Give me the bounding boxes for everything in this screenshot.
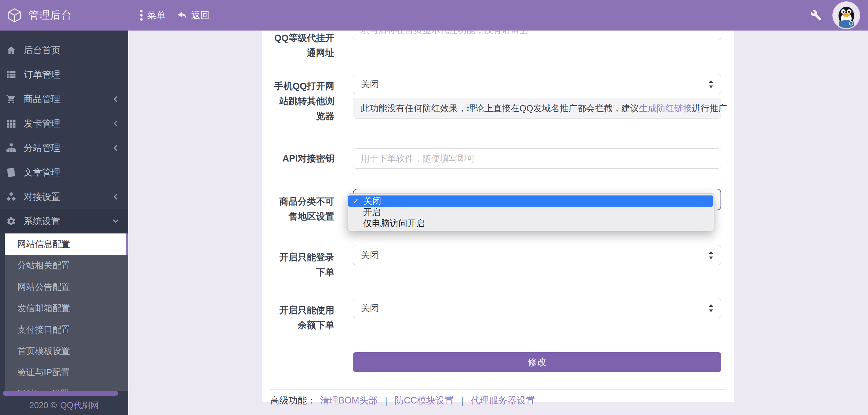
proxy-server-link[interactable]: 代理服务器设置 bbox=[471, 394, 535, 407]
sidebar-sub-item-verify-ip[interactable]: 验证与IP配置 bbox=[5, 362, 128, 383]
sidebar-footer: 2020 © QQ代刷网 bbox=[0, 396, 128, 415]
cubes-icon bbox=[6, 192, 18, 202]
admin-app: 管理后台 菜单 返回 bbox=[0, 0, 868, 415]
sidebar-item-label: 文章管理 bbox=[24, 166, 128, 178]
anti-red-link[interactable]: 生成防红链接 bbox=[639, 102, 692, 114]
chevron-left-icon bbox=[112, 144, 119, 152]
site-link[interactable]: QQ代刷网 bbox=[60, 400, 99, 411]
dropdown-option-pc-only[interactable]: 仅电脑访问开启 bbox=[348, 218, 714, 229]
sidebar-item-label: 订单管理 bbox=[24, 69, 128, 81]
advanced-prefix: 高级功能： bbox=[270, 394, 316, 407]
sidebar-sub-item-announcement-config[interactable]: 网站公告配置 bbox=[5, 276, 128, 298]
field-label-mobile-qq-jump: 手机QQ打开网 站跳转其他浏 览器 bbox=[264, 79, 334, 124]
dropdown-option-label: 关闭 bbox=[363, 196, 381, 206]
sidebar-horizontal-scrollbar[interactable] bbox=[3, 391, 118, 396]
sitemap-icon bbox=[6, 143, 18, 153]
grid-icon bbox=[6, 118, 18, 129]
main-content: QQ等级代挂开 通网址 手机QQ打开网 站跳转其他浏 览器 关闭 此功能没有任何… bbox=[128, 0, 868, 415]
select-stepper-icon bbox=[707, 303, 715, 314]
sidebar-item-api-settings[interactable]: 对接设置 bbox=[0, 185, 128, 209]
category-region-dropdown: ✓ 关闭 开启 仅电脑访问开启 bbox=[347, 193, 714, 231]
checkmark-icon: ✓ bbox=[352, 195, 359, 207]
select-stepper-icon bbox=[707, 79, 715, 90]
select-stepper-icon bbox=[707, 250, 715, 261]
select-value: 关闭 bbox=[361, 302, 379, 314]
help-text: 进行推广 bbox=[692, 102, 727, 114]
list-icon bbox=[6, 70, 18, 80]
anti-cc-link[interactable]: 防CC模块设置 bbox=[395, 394, 454, 407]
sidebar-item-label: 系统设置 bbox=[24, 215, 112, 227]
sidebar-item-label: 后台首页 bbox=[24, 44, 128, 56]
sidebar-item-system-settings[interactable]: 系统设置 bbox=[0, 209, 128, 233]
separator: ｜ bbox=[382, 394, 391, 407]
copyright-text: 2020 © bbox=[29, 400, 57, 410]
sidebar-item-label: 发卡管理 bbox=[24, 117, 112, 130]
home-icon bbox=[6, 45, 18, 55]
sidebar-item-label: 商品管理 bbox=[24, 93, 112, 105]
balance-only-select[interactable]: 关闭 bbox=[353, 298, 721, 318]
help-text: 此功能没有任何防红效果，理论上直接在QQ发域名推广都会拦截，建议 bbox=[361, 102, 639, 114]
field-label-category-region: 商品分类不可 售地区设置 bbox=[264, 194, 334, 224]
sidebar-item-orders[interactable]: 订单管理 bbox=[0, 62, 128, 87]
sidebar-item-label: 分站管理 bbox=[24, 142, 112, 154]
brand[interactable]: 管理后台 bbox=[0, 0, 128, 31]
avatar[interactable] bbox=[833, 2, 859, 28]
sidebar-sub-item-substation-config[interactable]: 分站相关配置 bbox=[5, 255, 128, 276]
sidebar-sub-item-email-config[interactable]: 发信邮箱配置 bbox=[5, 298, 128, 319]
field-label-api-key: API对接密钥 bbox=[264, 151, 334, 166]
sidebar-item-cards[interactable]: 发卡管理 bbox=[0, 111, 128, 136]
back-arrow-icon bbox=[177, 10, 187, 20]
select-value: 关闭 bbox=[361, 249, 379, 261]
system-settings-submenu: 网站信息配置 分站相关配置 网站公告配置 发信邮箱配置 支付接口配置 首页模板设… bbox=[5, 233, 128, 391]
submit-button[interactable]: 修改 bbox=[353, 352, 721, 372]
menu-button-label: 菜单 bbox=[147, 9, 165, 21]
sidebar-menu: 后台首页 订单管理 商品管理 bbox=[0, 31, 128, 233]
sidebar: 后台首页 订单管理 商品管理 bbox=[0, 31, 128, 415]
dropdown-option-label: 仅电脑访问开启 bbox=[363, 218, 425, 228]
advanced-functions-row: 高级功能： 清理BOM头部 ｜ 防CC模块设置 ｜ 代理服务器设置 bbox=[270, 394, 535, 407]
topbar-right bbox=[810, 2, 868, 28]
chevron-down-icon bbox=[112, 218, 119, 225]
mobile-qq-jump-select[interactable]: 关闭 bbox=[353, 74, 721, 94]
topbar: 管理后台 菜单 返回 bbox=[0, 0, 868, 31]
chevron-left-icon bbox=[112, 95, 119, 103]
back-button[interactable]: 返回 bbox=[177, 9, 210, 21]
divider bbox=[270, 389, 726, 390]
login-only-select[interactable]: 关闭 bbox=[353, 245, 721, 265]
separator: ｜ bbox=[458, 394, 467, 407]
gear-icon bbox=[6, 216, 18, 226]
sidebar-item-substations[interactable]: 分站管理 bbox=[0, 136, 128, 160]
api-key-input[interactable] bbox=[353, 148, 721, 169]
sidebar-item-articles[interactable]: 文章管理 bbox=[0, 160, 128, 185]
back-button-label: 返回 bbox=[191, 9, 210, 21]
chevron-left-icon bbox=[112, 193, 119, 201]
chevron-left-icon bbox=[112, 120, 119, 127]
sidebar-sub-item-payment-config[interactable]: 支付接口配置 bbox=[5, 319, 128, 340]
wrench-icon[interactable] bbox=[810, 10, 822, 21]
menu-button[interactable]: 菜单 bbox=[140, 9, 165, 21]
field-label-qq-hang: QQ等级代挂开 通网址 bbox=[264, 31, 334, 60]
mobile-qq-jump-help: 此功能没有任何防红效果，理论上直接在QQ发域名推广都会拦截，建议生成防红链接进行… bbox=[353, 98, 721, 119]
field-label-balance-only: 开启只能使用 余额下单 bbox=[264, 303, 334, 333]
field-label-login-only: 开启只能登录 下单 bbox=[264, 250, 334, 280]
sidebar-sub-item-site-info[interactable]: 网站信息配置 bbox=[5, 233, 128, 255]
sidebar-sub-item-home-template[interactable]: 首页模板设置 bbox=[5, 340, 128, 362]
select-value: 关闭 bbox=[361, 78, 379, 90]
clean-bom-link[interactable]: 清理BOM头部 bbox=[320, 394, 378, 407]
dropdown-option-close[interactable]: ✓ 关闭 bbox=[348, 195, 713, 207]
book-icon bbox=[6, 167, 18, 177]
settings-form-card: QQ等级代挂开 通网址 手机QQ打开网 站跳转其他浏 览器 关闭 此功能没有任何… bbox=[262, 14, 734, 402]
sidebar-item-dashboard[interactable]: 后台首页 bbox=[0, 38, 128, 62]
sidebar-item-label: 对接设置 bbox=[24, 191, 112, 203]
brand-title: 管理后台 bbox=[28, 8, 72, 22]
sidebar-sub-item-logo-config[interactable]: 网站logo设置 bbox=[5, 383, 128, 391]
dropdown-option-open[interactable]: 开启 bbox=[348, 207, 714, 218]
cart-icon bbox=[6, 94, 18, 104]
cube-logo-icon bbox=[7, 7, 22, 23]
sidebar-item-products[interactable]: 商品管理 bbox=[0, 87, 128, 111]
kebab-menu-icon bbox=[140, 10, 143, 21]
dropdown-option-label: 开启 bbox=[363, 207, 381, 217]
